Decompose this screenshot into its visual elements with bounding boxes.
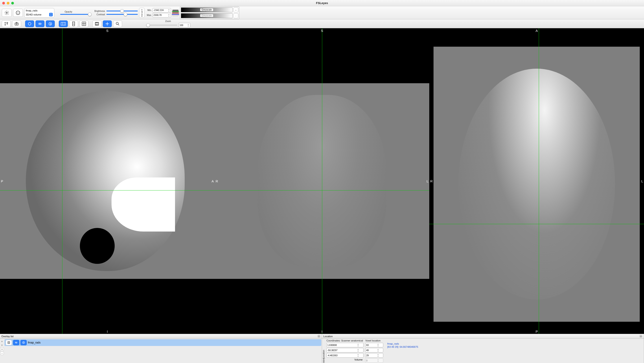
vz-dn[interactable]: ▾ [377,355,379,357]
overlay-up-icon[interactable]: ▴ [0,339,4,343]
crosshair-button[interactable] [103,20,112,27]
coronal-pane[interactable]: S I R L [215,28,430,334]
max-step-up[interactable]: ▴ [168,14,170,15]
coord-z-input[interactable] [328,354,356,357]
svg-point-14 [23,342,24,343]
overlay-mode-select[interactable] [26,13,48,16]
max-step-down[interactable]: ▾ [168,15,170,17]
voxel-y-field[interactable]: ▴▾ [365,348,383,352]
overlay-settings-button[interactable] [2,9,12,17]
location-tab[interactable]: Location [323,350,325,358]
max-label: Max. [146,14,152,16]
overlay-list-item[interactable]: fmap_rads [4,339,321,346]
min-input[interactable] [154,9,168,12]
layout-vertical-button[interactable] [69,20,78,27]
reset-button[interactable]: RESET [139,8,144,18]
volume-input[interactable] [366,360,376,362]
svg-rect-13 [8,342,10,344]
vy-up[interactable]: ▴ [377,348,379,350]
zoom-step-up[interactable]: ▴ [187,23,190,25]
volume-field[interactable]: ▴▾ [365,358,383,363]
voxel-x-input[interactable] [366,344,376,346]
window-title: FSLeyes [0,1,644,5]
overlay-down-icon[interactable]: ▾ [0,343,4,347]
zoom-window-icon[interactable] [11,2,14,4]
coord-y-field[interactable]: ▴▾ [326,348,364,352]
vx-dn[interactable]: ▾ [377,345,379,347]
orient-r2: R [430,179,432,183]
overlay-mode-dropdown-icon[interactable] [49,13,53,16]
zoom-slider[interactable] [146,25,177,26]
overlay-list-close-icon[interactable]: ✕ [317,335,320,338]
vol-up[interactable]: ▴ [377,359,379,360]
orient-a2: A [536,29,538,32]
voxel-y-input[interactable] [366,349,376,352]
sagittal-pane[interactable]: S I P A [0,28,215,334]
vx-up[interactable]: ▴ [377,343,379,345]
coords-header: Coordinates: Scanner anatomical [326,339,364,342]
location-value-link[interactable]: [83 49 29]: 64.66748046875 [387,346,418,348]
movie-mode-button[interactable] [92,20,102,27]
overlay-visibility-button[interactable] [20,340,27,345]
coord-y-input[interactable] [328,349,356,352]
overlay-info-button[interactable] [13,9,23,17]
vy-dn[interactable]: ▾ [377,350,379,352]
colormap-preview-icon[interactable] [172,10,178,16]
history-tab[interactable]: History [323,358,325,363]
cx-dn[interactable]: ▾ [357,345,359,347]
close-window-icon[interactable] [2,2,5,4]
cz-up[interactable]: ▴ [357,354,359,355]
overlay-add-button[interactable]: + [0,347,4,351]
max-field[interactable]: ▴▾ [152,13,171,18]
cy-up[interactable]: ▴ [357,348,359,350]
brightness-slider[interactable] [106,10,138,12]
colormap-primary-dropdown[interactable]: ⌄ [233,8,238,12]
contrast-slider[interactable] [106,14,138,15]
cz-dn[interactable]: ▾ [357,355,359,357]
layout-grid-button[interactable] [80,20,88,27]
zoom-field[interactable]: ▴▾ [178,23,190,27]
cx-up[interactable]: ▴ [357,343,359,345]
voxel-z-input[interactable] [366,354,376,357]
overlay-name-field[interactable] [26,9,48,12]
min-field[interactable]: ▴▾ [152,8,171,12]
min-step-down[interactable]: ▾ [168,10,170,12]
min-step-up[interactable]: ▴ [168,8,170,10]
overlay-remove-button[interactable]: − [0,351,4,355]
min-label: Min. [146,9,152,12]
opacity-slider[interactable] [60,14,92,15]
vz-up[interactable]: ▴ [377,354,379,355]
zoom-input[interactable] [180,24,187,26]
view-settings-button[interactable] [2,20,11,27]
location-overlay-link[interactable]: fmap_rads [387,342,418,345]
svg-point-2 [7,22,8,23]
voxel-x-field[interactable]: ▴▾ [365,343,383,347]
volume-label: Volume [326,358,364,361]
overlay-link-button[interactable] [13,340,19,345]
zoom-step-down[interactable]: ▾ [187,25,190,27]
vol-dn[interactable]: ▾ [377,360,379,362]
screenshot-button[interactable] [12,20,21,27]
colormap-primary[interactable]: Greyscale [181,8,232,12]
layout-ortho-button[interactable] [59,20,68,27]
coord-x-field[interactable]: ▴▾ [326,343,364,347]
overlay-item-label: fmap_rads [28,341,40,344]
toggle-link-button[interactable] [36,20,44,27]
location-close-icon[interactable]: ✕ [639,335,642,338]
location-title: Location [323,335,333,338]
zoom-label: Zoom [165,20,171,22]
cy-dn[interactable]: ▾ [357,350,359,352]
ortho-views: S I P A S I R L A P R L [0,28,644,334]
zoom-button[interactable] [113,20,122,27]
coord-z-field[interactable]: ▴▾ [326,353,364,358]
toggle-cursor-button[interactable] [25,20,34,27]
voxel-z-field[interactable]: ▴▾ [365,353,383,358]
toggle-labels-button[interactable] [46,20,55,27]
traffic-lights [0,2,14,4]
coord-x-input[interactable] [328,344,356,346]
overlay-save-button[interactable] [6,340,12,345]
minimize-window-icon[interactable] [7,2,10,4]
max-input[interactable] [154,14,168,16]
display-range: Min. ▴▾ Max. ▴▾ [146,8,171,18]
axial-pane[interactable]: A P R L [429,28,644,334]
